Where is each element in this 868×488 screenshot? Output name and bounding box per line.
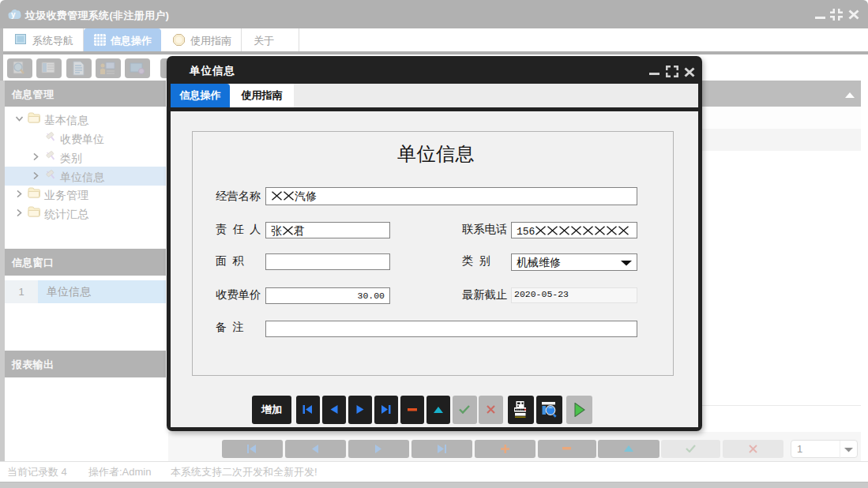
svg-text:y: y <box>11 10 16 19</box>
